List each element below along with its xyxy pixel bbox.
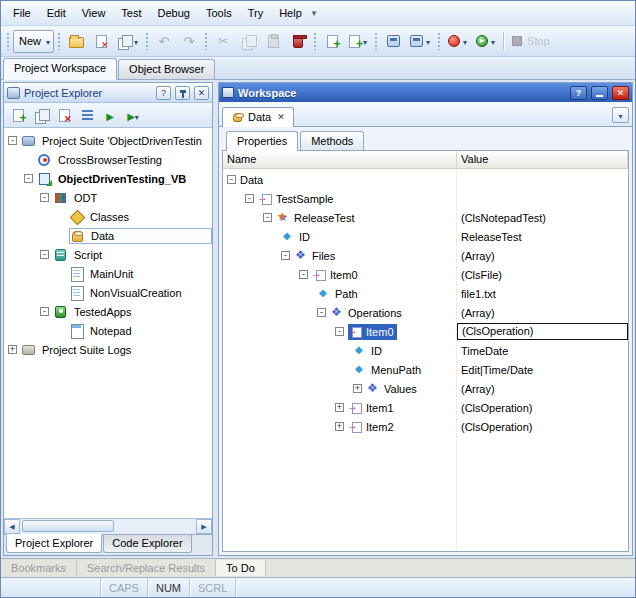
tab-close-icon[interactable]: ✕ [277,112,285,122]
tab-project-workspace[interactable]: Project Workspace [3,58,117,80]
save-copy-button[interactable] [114,30,142,53]
expand-toggle[interactable]: + [335,403,344,412]
expand-toggle[interactable]: + [8,345,17,354]
panel-pin-button[interactable] [175,86,190,100]
expand-toggle[interactable]: - [335,327,344,336]
save-dropdown-icon[interactable] [134,35,138,47]
tree-item-testedapps[interactable]: - TestedApps [4,302,212,321]
expand-toggle[interactable]: - [227,175,236,184]
grid-row-item0-file[interactable]: - Item0 (ClsFile) [223,265,628,284]
grid-row-id[interactable]: ID ReleaseTest [223,227,628,246]
expand-toggle[interactable]: - [263,213,272,222]
pe-run-project-button[interactable] [123,105,143,125]
expand-toggle[interactable]: - [8,136,17,145]
menu-view[interactable]: View [74,3,114,23]
record-button[interactable] [444,30,471,53]
panel-close-button[interactable]: ✕ [194,86,209,100]
pe-properties-button[interactable] [77,105,97,125]
scroll-left-button[interactable]: ◀ [4,519,20,534]
open-button[interactable] [64,30,88,53]
tab-project-explorer[interactable]: Project Explorer [6,534,102,553]
grid-row-data[interactable]: - Data [223,170,628,189]
horizontal-scrollbar[interactable]: ◀ ▶ [4,518,212,534]
menu-test[interactable]: Test [113,3,149,23]
workspace-close-button[interactable]: ✕ [612,86,629,100]
scroll-right-button[interactable]: ▶ [196,519,212,534]
record-dropdown-icon[interactable] [463,35,467,47]
grid-row-menupath[interactable]: MenuPath Edit|Time/Date [223,360,628,379]
menu-debug[interactable]: Debug [150,3,198,23]
tab-list-dropdown-button[interactable] [612,107,629,123]
close-file-button[interactable] [89,30,113,53]
run-dropdown-icon[interactable] [491,35,495,47]
menu-file[interactable]: File [5,3,39,23]
workspace-minimize-button[interactable] [591,86,608,100]
add-dropdown-icon[interactable] [363,35,367,47]
scrollbar-thumb[interactable] [22,520,114,532]
delete-button[interactable] [286,30,310,53]
grid-row-operations[interactable]: - Operations (Array) [223,303,628,322]
tree-item-nonvisualcreation[interactable]: NonVisualCreation [4,283,212,302]
expand-toggle[interactable]: - [40,307,49,316]
tree-item-script[interactable]: - Script [4,245,212,264]
tree-item-project-suite[interactable]: - Project Suite 'ObjectDrivenTestin [4,131,212,150]
column-header-value[interactable]: Value [457,151,628,168]
expand-toggle[interactable]: - [40,193,49,202]
expand-toggle[interactable]: - [281,251,290,260]
grid-row-path[interactable]: Path file1.txt [223,284,628,303]
menu-tools[interactable]: Tools [198,3,240,23]
row-value-focused[interactable]: (ClsOperation) [457,323,628,340]
options-button[interactable] [406,30,434,53]
run-button[interactable] [472,30,499,53]
expand-toggle[interactable]: + [353,384,362,393]
tab-properties[interactable]: Properties [226,131,298,151]
new-dropdown-icon[interactable] [46,35,50,47]
expand-toggle[interactable]: - [299,270,308,279]
grid-row-values[interactable]: + Values (Array) [223,379,628,398]
workspace-help-button[interactable]: ? [570,86,587,100]
new-button[interactable]: New [13,30,54,53]
tree-item-mainunit[interactable]: MainUnit [4,264,212,283]
grid-row-files[interactable]: - Files (Array) [223,246,628,265]
grid-row-op-id[interactable]: ID TimeDate [223,341,628,360]
grid-row-testsample[interactable]: - TestSample [223,189,628,208]
scrollbar-track[interactable] [20,519,196,534]
pe-run-dropdown-icon[interactable] [135,108,139,123]
expand-toggle[interactable]: - [245,194,254,203]
expand-toggle[interactable]: + [335,422,344,431]
expand-toggle[interactable]: - [317,308,326,317]
pe-add-item-button[interactable] [8,105,28,125]
grid-row-releasetest[interactable]: - ReleaseTest (ClsNotepadTest) [223,208,628,227]
tab-methods[interactable]: Methods [300,131,364,151]
tree-item-classes[interactable]: Classes [4,207,212,226]
menu-overflow-chevron-icon[interactable]: ▾ [312,8,317,18]
column-header-name[interactable]: Name [223,151,457,168]
expand-toggle[interactable]: - [40,250,49,259]
pe-run-button[interactable] [100,105,120,125]
tab-search-replace-results[interactable]: Search/Replace Results [77,560,216,576]
tree-item-odt[interactable]: - ODT [4,188,212,207]
tab-code-explorer[interactable]: Code Explorer [103,535,191,553]
tab-bookmarks[interactable]: Bookmarks [1,560,77,576]
tab-data[interactable]: Data ✕ [222,107,294,127]
grid-row-item2[interactable]: + Item2 (ClsOperation) [223,417,628,436]
panel-help-button[interactable]: ? [156,86,171,100]
panels-button[interactable] [381,30,405,53]
menu-edit[interactable]: Edit [39,3,74,23]
grid-row-item1[interactable]: + Item1 (ClsOperation) [223,398,628,417]
tree-item-objectdriventesting-vb[interactable]: - ObjectDrivenTesting_VB [4,169,212,188]
options-dropdown-icon[interactable] [426,35,430,47]
tree-item-data[interactable]: Data [4,226,212,245]
grid-row-item0-operation-selected[interactable]: - Item0 (ClsOperation) [223,322,628,341]
tree-item-notepad[interactable]: Notepad [4,321,212,340]
menu-try[interactable]: Try [240,3,271,23]
tree-item-crossbrowsertesting[interactable]: CrossBrowserTesting [4,150,212,169]
toolbar-grip [6,32,10,50]
menu-help[interactable]: Help [271,3,310,23]
add-new-item-button[interactable] [320,30,344,53]
tab-object-browser[interactable]: Object Browser [118,59,215,79]
add-existing-item-button[interactable] [345,30,371,53]
tab-to-do[interactable]: To Do [216,560,266,576]
tree-item-project-suite-logs[interactable]: + Project Suite Logs [4,340,212,359]
expand-toggle[interactable]: - [24,174,33,183]
